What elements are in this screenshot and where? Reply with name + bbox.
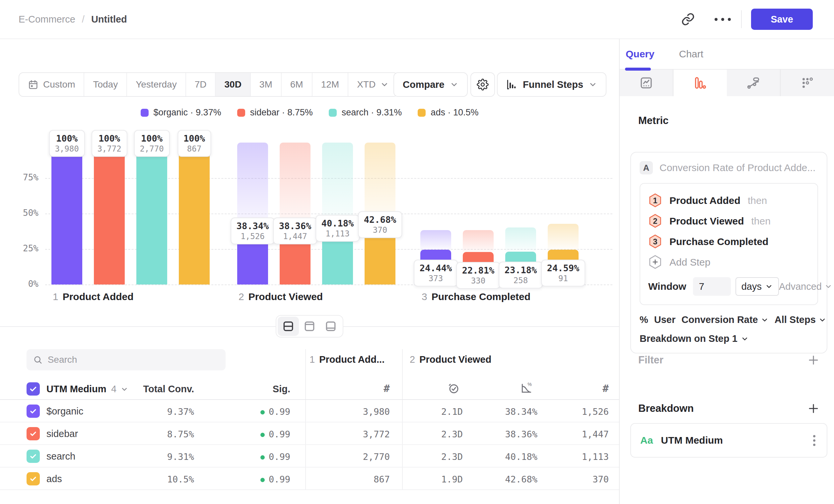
breadcrumb-separator: / xyxy=(82,14,85,25)
chart-settings-button[interactable] xyxy=(470,72,495,97)
total-conv-header[interactable]: Total Conv. xyxy=(143,384,194,395)
search-input[interactable] xyxy=(48,354,219,365)
range-today[interactable]: Today xyxy=(84,73,127,96)
topbar-actions: Save xyxy=(676,7,813,31)
bar-value-label: 38.36% 1,447 xyxy=(273,217,317,244)
step-name: Product Add... xyxy=(319,354,385,365)
range-yesterday[interactable]: Yesterday xyxy=(127,73,186,96)
range-6m[interactable]: 6M xyxy=(282,73,312,96)
count-icon[interactable]: # xyxy=(602,382,609,394)
funnel-chart: 75% 50% 25% 0% 1Product Added 100% 3,980… xyxy=(0,126,619,325)
tab-retention[interactable] xyxy=(781,70,834,96)
tab-chart[interactable]: Chart xyxy=(679,48,703,60)
step-number: 2 xyxy=(410,354,415,365)
chevron-down-icon xyxy=(761,316,769,324)
copy-link-button[interactable] xyxy=(676,7,700,31)
count-icon[interactable]: # xyxy=(383,382,390,394)
step1-count: 3,772 xyxy=(363,429,390,439)
total-conv-value: 10.5% xyxy=(167,474,194,484)
total-conv-value: 8.75% xyxy=(167,429,194,439)
window-value-input[interactable] xyxy=(693,277,731,296)
tab-flows[interactable] xyxy=(727,70,781,96)
chart-type-button[interactable]: Funnel Steps xyxy=(497,72,607,97)
layout-table-only-button[interactable] xyxy=(320,317,342,336)
table-row-search[interactable]: search 9.31% 0.99 2,770 2.3D 40.18% 1,11… xyxy=(0,445,619,467)
row-checkbox[interactable] xyxy=(26,427,40,440)
step2-conv: 42.68% xyxy=(505,474,537,484)
chevron-down-icon xyxy=(589,80,597,89)
row-name: sidebar xyxy=(46,428,78,439)
funnel-bar-organic-step1[interactable] xyxy=(51,143,82,284)
add-breakdown-button[interactable] xyxy=(808,403,819,414)
step2-count: 1,447 xyxy=(582,429,609,439)
select-all-checkbox[interactable] xyxy=(26,382,40,395)
compare-button[interactable]: Compare xyxy=(393,72,468,97)
breakdown-column-header[interactable]: UTM Medium xyxy=(46,384,106,394)
step-name: Product Viewed xyxy=(419,354,491,365)
significance-header[interactable]: Sig. xyxy=(273,384,290,395)
layout-chart-only-button[interactable] xyxy=(299,317,320,336)
range-30d[interactable]: 30D xyxy=(216,73,250,96)
breakdown-on-label: Breakdown on Step 1 xyxy=(640,333,738,344)
row-checkbox[interactable] xyxy=(26,450,40,463)
tab-funnels[interactable] xyxy=(674,70,727,96)
measurement-select[interactable]: Conversion Rate xyxy=(681,314,768,325)
query-step-1[interactable]: 1 Product Addedthen xyxy=(648,190,809,211)
funnel-bar-ads-step1[interactable] xyxy=(179,143,210,284)
window-unit-select[interactable]: days xyxy=(736,277,779,296)
kebab-menu-icon[interactable] xyxy=(811,433,817,448)
topbar-divider xyxy=(741,10,742,28)
range-custom[interactable]: Custom xyxy=(19,73,84,96)
tab-insights[interactable] xyxy=(620,70,674,96)
range-xtd[interactable]: XTD xyxy=(348,73,397,96)
conversion-rate-icon[interactable]: % xyxy=(520,382,533,395)
query-step-2[interactable]: 2 Product Viewedthen xyxy=(648,211,809,231)
row-checkbox[interactable] xyxy=(26,405,40,418)
time-to-convert-icon[interactable] xyxy=(448,382,460,395)
table-row-organic[interactable]: $organic 9.37% 0.99 3,980 2.1D 38.34% 1,… xyxy=(0,400,619,422)
table-row-ads[interactable]: ads 10.5% 0.99 867 1.9D 42.68% 370 xyxy=(0,467,619,490)
counting-method[interactable]: User xyxy=(654,314,676,325)
percent-toggle[interactable]: % xyxy=(640,314,648,325)
more-options-button[interactable] xyxy=(710,7,734,31)
breakdown-on-step-select[interactable]: Breakdown on Step 1 xyxy=(640,333,818,344)
breakdown-property-card[interactable]: Aa UTM Medium xyxy=(630,423,827,458)
legend-item-search[interactable]: search · 9.31% xyxy=(329,108,402,118)
range-7d[interactable]: 7D xyxy=(186,73,216,96)
funnel-bar-sidebar-step1[interactable] xyxy=(94,143,125,284)
active-tab-underline xyxy=(625,68,651,71)
legend-item-organic[interactable]: $organic · 9.37% xyxy=(141,108,221,118)
ghost-bar-sidebar-step2 xyxy=(280,143,310,230)
range-label: 3M xyxy=(259,79,272,90)
ghost-bar-organic-step3 xyxy=(420,230,451,250)
breakdown-property-name: UTM Medium xyxy=(661,435,723,446)
range-12m[interactable]: 12M xyxy=(312,73,348,96)
tab-query[interactable]: Query xyxy=(626,48,655,60)
breadcrumb-report-title[interactable]: Untitled xyxy=(91,14,127,25)
range-3m[interactable]: 3M xyxy=(251,73,282,96)
save-button[interactable]: Save xyxy=(751,8,813,30)
filter-section: Filter xyxy=(638,354,819,366)
legend-label: search · 9.31% xyxy=(342,108,402,118)
layout-split-view-button[interactable] xyxy=(278,317,299,336)
advanced-toggle[interactable]: Advanced xyxy=(779,281,832,292)
legend-item-ads[interactable]: ads · 10.5% xyxy=(418,108,478,118)
funnel-steps-icon xyxy=(506,79,518,90)
date-range-selector: CustomTodayYesterday7D30D3M6M12MXTD xyxy=(19,72,398,97)
table-row-sidebar[interactable]: sidebar 8.75% 0.99 3,772 2.3D 38.36% 1,4… xyxy=(0,422,619,445)
metric-head[interactable]: A Conversion Rate of Product Adde... xyxy=(640,161,818,175)
row-checkbox[interactable] xyxy=(26,472,40,485)
range-label: Yesterday xyxy=(136,79,177,90)
table-group-header-step2: 2 Product Viewed xyxy=(410,354,491,365)
bottom-pane-icon xyxy=(325,320,337,333)
search-icon xyxy=(33,355,42,365)
add-step-button[interactable]: Add Step xyxy=(648,252,809,273)
breadcrumb-board[interactable]: E-Commerce xyxy=(19,14,75,25)
steps-scope-select[interactable]: All Steps xyxy=(775,314,826,325)
add-step-label: Add Step xyxy=(670,257,710,268)
legend-item-sidebar[interactable]: sidebar · 8.75% xyxy=(237,108,313,118)
add-filter-button[interactable] xyxy=(808,354,819,366)
funnel-bar-search-step1[interactable] xyxy=(136,143,167,284)
query-step-3[interactable]: 3 Purchase Completed xyxy=(648,231,809,252)
breakdown-heading: Breakdown xyxy=(638,403,694,414)
